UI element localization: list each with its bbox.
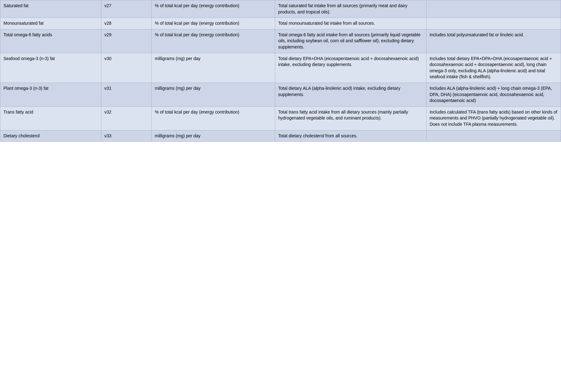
nutrient-name: Dietary cholesterol (0, 130, 101, 142)
unit-of-measure: milligrams (mg) per day (152, 53, 275, 83)
variable-code: v28 (101, 18, 151, 29)
nutrient-name: Plant omega-3 (n-3) fat (0, 83, 101, 106)
table-row: Seafood omega-3 (n-3) fatv30milligrams (… (0, 53, 561, 83)
notes (426, 130, 561, 142)
table-row: Trans fatty acidv32% of total kcal per d… (0, 106, 561, 130)
variable-code: v33 (101, 130, 151, 142)
unit-of-measure: milligrams (mg) per day (152, 130, 275, 142)
variable-code: v30 (101, 53, 151, 83)
notes (426, 18, 561, 29)
unit-of-measure: % of total kcal per day (energy contribu… (152, 29, 275, 53)
nutrient-name: Trans fatty acid (0, 106, 101, 130)
variable-code: v32 (101, 106, 151, 130)
notes: Includes ALA (alpha-linolenic acid) + lo… (426, 83, 561, 106)
table-row: Monounsaturated fatv28% of total kcal pe… (0, 18, 561, 29)
nutrient-table: Saturated fatv27% of total kcal per day … (0, 0, 561, 142)
variable-code: v31 (101, 83, 151, 106)
nutrient-name: Monounsaturated fat (0, 18, 101, 29)
table-row: Saturated fatv27% of total kcal per day … (0, 0, 561, 18)
nutrient-name: Total omega-6 fatty acids (0, 29, 101, 53)
definition: Total dietary cholesterol from all sourc… (275, 130, 426, 142)
notes: Includes calculated TFA (trans fatty aci… (426, 106, 561, 130)
notes: Includes total polyunsaturated fat or li… (426, 29, 561, 53)
unit-of-measure: % of total kcal per day (energy contribu… (152, 18, 275, 29)
table-row: Dietary cholesterolv33milligrams (mg) pe… (0, 130, 561, 142)
notes: Includes total dietary EPA+DPA+DHA (eico… (426, 53, 561, 83)
definition: Total dietary ALA (alpha-linolenic acid)… (275, 83, 426, 106)
variable-code: v29 (101, 29, 151, 53)
definition: Total omega-6 fatty acid intake from all… (275, 29, 426, 53)
table-row: Total omega-6 fatty acidsv29% of total k… (0, 29, 561, 53)
definition: Total monounsaturated fat intake from al… (275, 18, 426, 29)
variable-code: v27 (101, 0, 151, 18)
nutrient-name: Seafood omega-3 (n-3) fat (0, 53, 101, 83)
notes (426, 0, 561, 18)
definition: Total dietary EPA+DHA (eicosapentaenoic … (275, 53, 426, 83)
definition: Total trans fatty acid intake from all d… (275, 106, 426, 130)
unit-of-measure: milligrams (mg) per day (152, 83, 275, 106)
main-container: Saturated fatv27% of total kcal per day … (0, 0, 561, 392)
definition: Total saturated fat intake from all sour… (275, 0, 426, 18)
nutrient-name: Saturated fat (0, 0, 101, 18)
unit-of-measure: % of total kcal per day (energy contribu… (152, 0, 275, 18)
table-row: Plant omega-3 (n-3) fatv31milligrams (mg… (0, 83, 561, 106)
unit-of-measure: % of total kcal per day (energy contribu… (152, 106, 275, 130)
